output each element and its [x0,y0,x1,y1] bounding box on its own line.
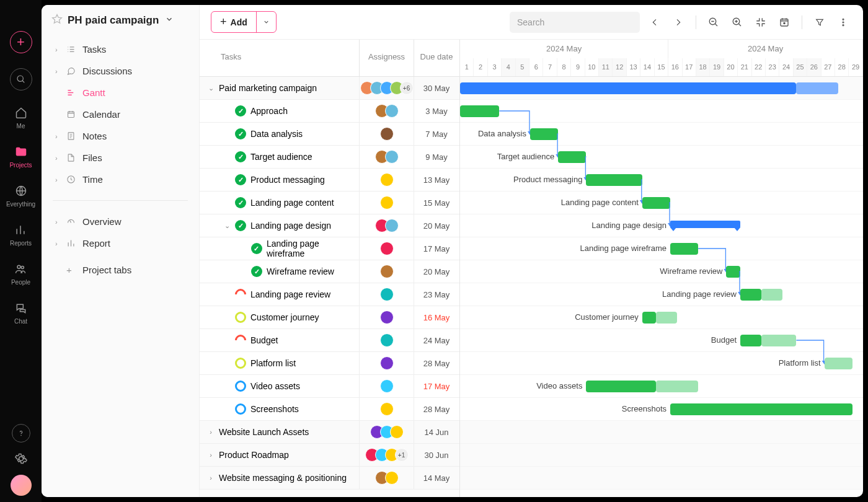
gantt-bar[interactable] [460,105,499,117]
task-row[interactable]: Video assets17 May [200,375,459,398]
sidebar-tab-notes[interactable]: ›Notes [49,126,192,146]
task-row[interactable]: ⌄Paid marketing campaign+630 May [200,77,459,100]
gantt-bar[interactable] [530,128,558,140]
zoom-out-button[interactable] [705,14,722,31]
nav-chat-label: Chat [14,318,27,325]
gantt-bar[interactable] [460,82,796,94]
zoom-in-button[interactable] [728,14,746,31]
day-cell: 15 [655,58,668,77]
task-row[interactable]: Customer journey16 May [200,306,459,329]
chart-icon [13,222,28,237]
today-button[interactable] [776,14,793,31]
gantt-bar[interactable] [642,197,670,209]
task-name: Approach [250,106,288,116]
gantt-bar[interactable] [558,151,586,163]
add-dropdown[interactable] [256,12,276,32]
next-button[interactable] [670,14,687,31]
day-cell: 21 [738,58,751,77]
expand-icon[interactable]: › [207,428,215,436]
sidebar-tab-report[interactable]: ›Report [49,234,192,253]
header-assignees: Assigness [360,40,414,76]
sidebar-tab-tasks[interactable]: ›Tasks [49,40,192,59]
sidebar-tab-files[interactable]: ›Files [49,148,192,167]
sidebar-tab-time[interactable]: ›Time [49,170,192,189]
task-name: Product messaging [250,175,325,185]
gantt-bar[interactable] [670,403,852,415]
avatar [385,471,399,485]
timeline-row: Landing page content [460,192,863,214]
status-icon [235,197,246,208]
task-row[interactable]: Screenshots28 May [200,398,459,421]
gantt-bar[interactable] [740,335,761,346]
task-row[interactable]: ›Website Launch Assets14 Jun [200,421,459,444]
nav-me-label: Me [17,123,25,130]
search-input[interactable]: Search [510,12,640,33]
more-button[interactable] [835,14,852,31]
day-cell: 18 [696,58,710,77]
timeline-row: Landing page design [460,214,863,237]
nav-me[interactable]: Me [14,105,29,130]
sidebar-tab-gantt[interactable]: Gantt [49,83,192,102]
timeline-row: Data analysis [460,123,863,146]
day-cell: 14 [640,58,654,77]
task-name: Wireframe review [267,266,334,276]
nav-everything[interactable]: Everything [6,183,35,208]
add-button[interactable]: + [10,31,32,53]
task-row[interactable]: ›Product Roadmap+130 Jun [200,444,459,467]
project-header[interactable]: PH paid campaign [42,5,199,36]
sidebar-tab-discussions[interactable]: ›Discussions [49,61,192,81]
gear-icon[interactable] [14,451,29,466]
task-row[interactable]: Platform list28 May [200,352,459,375]
gantt-group-bar[interactable] [670,221,740,228]
chevron-down-icon[interactable] [165,15,174,26]
avatar [380,265,394,278]
add-task-group: + Add [211,11,277,33]
task-row[interactable]: Approach3 May [200,100,459,123]
expand-icon[interactable]: › [207,451,215,459]
prev-button[interactable] [646,14,663,31]
file-icon [66,153,76,162]
expand-icon[interactable]: ⌄ [223,222,231,230]
global-search-button[interactable] [10,68,32,90]
user-avatar[interactable] [11,475,32,496]
gantt-bar[interactable] [642,312,657,324]
gantt-bar[interactable] [586,174,642,186]
gantt-bar[interactable] [726,266,740,278]
star-icon[interactable] [51,14,63,27]
task-row[interactable]: Landing page wireframe17 May [200,237,459,260]
collapse-button[interactable] [752,14,769,31]
task-row[interactable]: ⌄Landing page design20 May [200,214,459,237]
timeline[interactable]: 2024 May2024 May 12345678910111213141516… [460,40,863,497]
gantt-bar[interactable] [740,289,761,301]
add-task-button[interactable]: + Add [211,12,256,32]
nav-reports[interactable]: Reports [10,222,32,247]
nav-projects[interactable]: Projects [9,144,32,169]
gantt-bar[interactable] [586,381,656,392]
task-row[interactable]: Landing page review23 May [200,283,459,306]
sidebar-tab-calendar[interactable]: Calendar [49,105,192,124]
gantt-bar-progress [796,82,838,94]
status-icon [251,266,262,277]
gantt-bar[interactable] [670,243,698,255]
task-row[interactable]: ›Website messaging & positioning14 May [200,467,459,490]
expand-icon[interactable]: › [207,474,215,482]
clock-icon [66,175,76,184]
nav-chat[interactable]: Chat [14,301,29,325]
tab-label: Report [82,238,110,249]
sidebar-tab-overview[interactable]: ›Overview [49,212,192,231]
task-row[interactable]: Budget24 May [200,329,459,352]
expand-icon[interactable]: ⌄ [207,84,215,92]
project-title: PH paid campaign [68,14,159,27]
task-row[interactable]: Wireframe review20 May [200,260,459,283]
task-row[interactable]: Landing page content15 May [200,192,459,214]
svg-point-3 [22,266,24,268]
task-name: Target audience [250,152,312,162]
task-row[interactable]: Data analysis7 May [200,123,459,146]
task-row[interactable]: Target audience9 May [200,146,459,169]
add-project-tab[interactable]: + Project tabs [49,260,192,280]
help-icon[interactable] [12,424,30,443]
filter-button[interactable] [811,14,828,31]
nav-people[interactable]: People [11,262,30,286]
task-row[interactable]: Product messaging13 May [200,169,459,192]
main-area: + Add Search [200,5,863,497]
